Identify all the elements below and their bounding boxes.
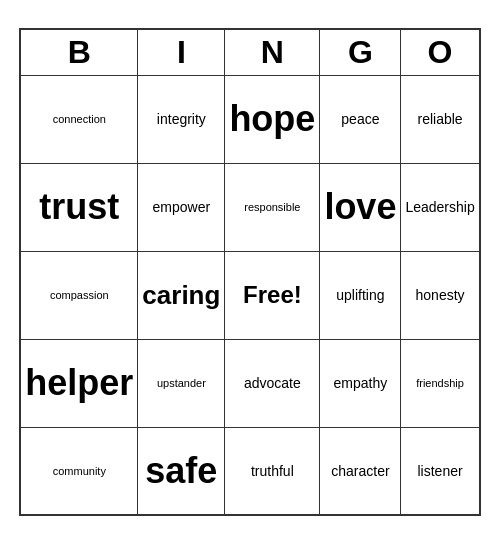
cell-r2-c0: compassion <box>20 251 138 339</box>
cell-r0-c1: integrity <box>138 75 225 163</box>
cell-r3-c1: upstander <box>138 339 225 427</box>
cell-r0-c4: reliable <box>401 75 480 163</box>
cell-r4-c4: listener <box>401 427 480 515</box>
grid-row-4: communitysafetruthfulcharacterlistener <box>20 427 479 515</box>
grid-row-1: trustempowerresponsibleloveLeadership <box>20 163 479 251</box>
cell-r3-c0: helper <box>20 339 138 427</box>
cell-r1-c1: empower <box>138 163 225 251</box>
cell-r3-c3: empathy <box>320 339 401 427</box>
header-i: I <box>138 29 225 76</box>
cell-r2-c4: honesty <box>401 251 480 339</box>
header-b: B <box>20 29 138 76</box>
cell-r1-c0: trust <box>20 163 138 251</box>
cell-r1-c4: Leadership <box>401 163 480 251</box>
header-g: G <box>320 29 401 76</box>
grid-row-0: connectionintegrityhopepeacereliable <box>20 75 479 163</box>
grid-row-3: helperupstanderadvocateempathyfriendship <box>20 339 479 427</box>
cell-r0-c3: peace <box>320 75 401 163</box>
cell-r2-c1: caring <box>138 251 225 339</box>
cell-r4-c0: community <box>20 427 138 515</box>
cell-r3-c2: advocate <box>225 339 320 427</box>
bingo-card: B I N G O connectionintegrityhopepeacere… <box>19 28 480 517</box>
cell-r1-c3: love <box>320 163 401 251</box>
header-row: B I N G O <box>20 29 479 76</box>
cell-r4-c2: truthful <box>225 427 320 515</box>
grid-row-2: compassioncaringFree!upliftinghonesty <box>20 251 479 339</box>
cell-r2-c3: uplifting <box>320 251 401 339</box>
cell-r0-c2: hope <box>225 75 320 163</box>
cell-r0-c0: connection <box>20 75 138 163</box>
cell-r4-c3: character <box>320 427 401 515</box>
header-o: O <box>401 29 480 76</box>
header-n: N <box>225 29 320 76</box>
cell-r3-c4: friendship <box>401 339 480 427</box>
cell-r1-c2: responsible <box>225 163 320 251</box>
cell-r4-c1: safe <box>138 427 225 515</box>
cell-r2-c2: Free! <box>225 251 320 339</box>
